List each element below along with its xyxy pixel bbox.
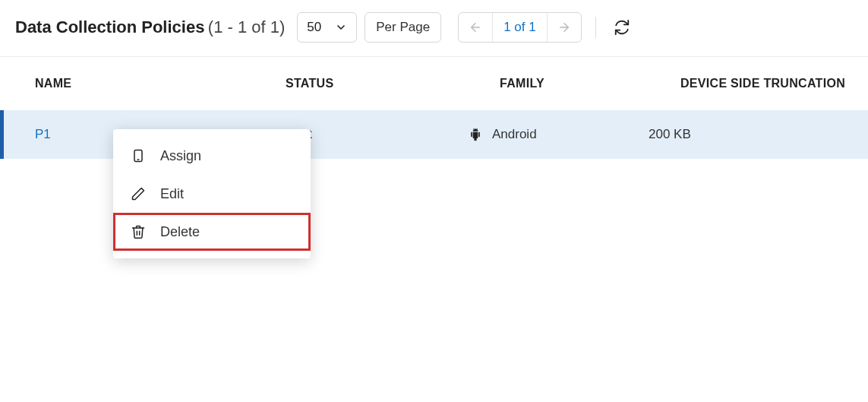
pager-prev-button[interactable] xyxy=(459,13,492,42)
pager-label: 1 of 1 xyxy=(492,13,548,42)
page-size-value: 50 xyxy=(307,20,321,35)
menu-item-label: Assign xyxy=(160,148,201,164)
menu-item-label: Delete xyxy=(160,224,200,240)
page-title-text: Data Collection Policies xyxy=(15,17,204,36)
menu-item-assign[interactable]: Assign xyxy=(113,137,311,175)
pagination-controls: 50 Per Page xyxy=(297,12,441,43)
refresh-icon xyxy=(614,19,630,36)
refresh-button[interactable] xyxy=(610,15,634,40)
menu-item-edit[interactable]: Edit xyxy=(113,175,311,213)
android-icon xyxy=(468,127,483,142)
arrow-left-icon xyxy=(469,21,482,34)
column-header-family[interactable]: FAMILY xyxy=(500,77,680,90)
page-title: Data Collection Policies (1 - 1 of 1) xyxy=(15,17,285,37)
cell-truncation: 200 KB xyxy=(649,127,868,142)
column-header-truncation[interactable]: DEVICE SIDE TRUNCATION xyxy=(680,77,868,90)
menu-item-label: Edit xyxy=(160,186,184,202)
family-text: Android xyxy=(492,127,537,142)
column-header-name[interactable]: NAME xyxy=(35,77,286,90)
toolbar: Data Collection Policies (1 - 1 of 1) 50… xyxy=(0,0,868,57)
context-menu: Assign Edit Delete xyxy=(113,129,311,258)
pager-next-button[interactable] xyxy=(548,13,581,42)
arrow-right-icon xyxy=(557,21,571,34)
pager: 1 of 1 xyxy=(458,12,582,43)
page-title-count: (1 - 1 of 1) xyxy=(208,17,285,36)
per-page-label: Per Page xyxy=(365,12,441,43)
chevron-down-icon xyxy=(335,21,347,33)
pencil-icon xyxy=(130,185,147,202)
trash-icon xyxy=(130,223,147,240)
page-size-select[interactable]: 50 xyxy=(297,12,357,43)
cell-family: Android xyxy=(468,127,649,142)
table-header: NAME STATUS FAMILY DEVICE SIDE TRUNCATIO… xyxy=(0,57,868,110)
column-header-status[interactable]: STATUS xyxy=(286,77,500,90)
device-icon xyxy=(130,147,147,164)
divider xyxy=(595,17,596,38)
menu-item-delete[interactable]: Delete xyxy=(113,213,311,251)
